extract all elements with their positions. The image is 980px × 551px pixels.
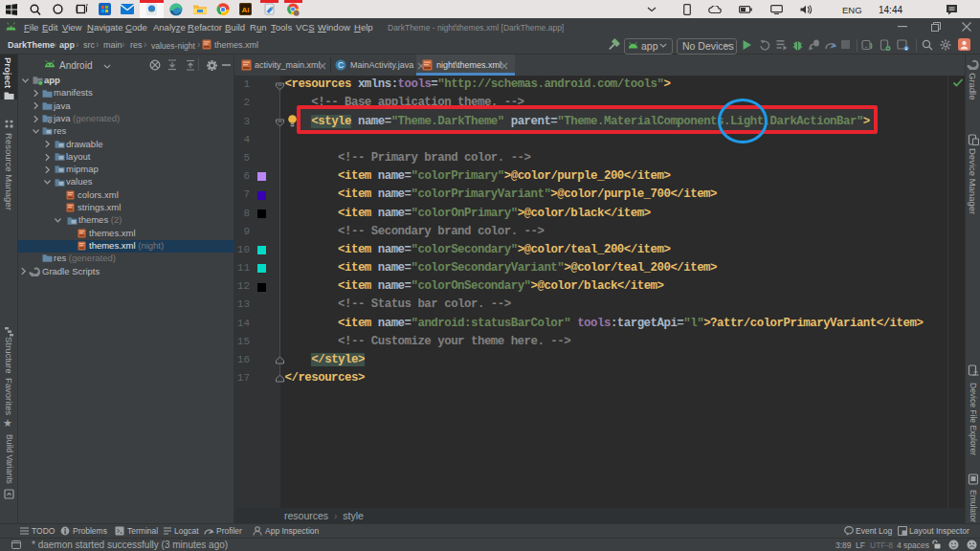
svg-text:Ai: Ai [242,6,250,14]
svg-text:C: C [338,60,344,70]
